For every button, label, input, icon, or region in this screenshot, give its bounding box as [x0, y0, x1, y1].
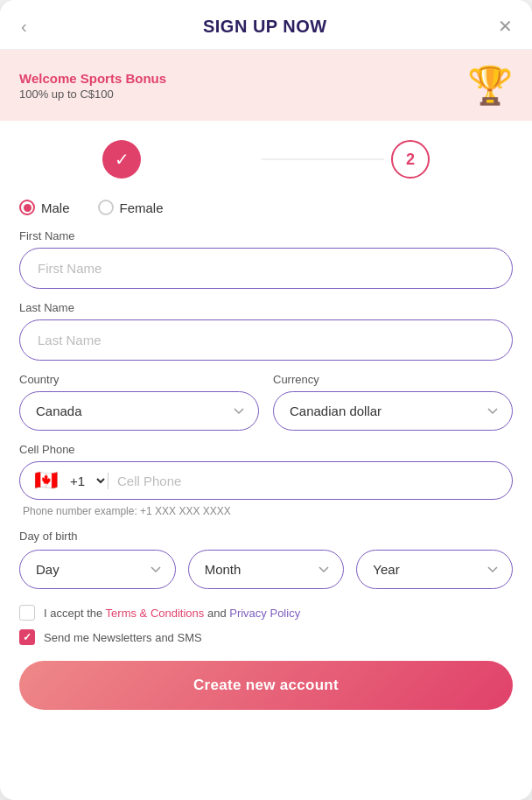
bonus-trophy-icon: 🏆: [467, 64, 513, 107]
dob-month-select[interactable]: Month: [188, 550, 345, 589]
bonus-title: Welcome Sports Bonus: [19, 71, 166, 86]
last-name-input[interactable]: [19, 319, 513, 361]
dob-label: Day of birth: [19, 530, 513, 543]
phone-input[interactable]: [117, 474, 498, 488]
bonus-text: Welcome Sports Bonus 100% up to C$100: [19, 71, 166, 101]
phone-row: 🇨🇦 +1: [19, 461, 513, 500]
currency-field-group: Currency Canadian dollar: [273, 373, 513, 431]
bonus-subtitle: 100% up to C$100: [19, 88, 166, 101]
gender-male-radio[interactable]: [19, 200, 35, 215]
last-name-label: Last Name: [19, 301, 513, 314]
terms-link[interactable]: Terms & Conditions: [106, 607, 205, 620]
country-field-group: Country Canada: [19, 373, 259, 431]
dob-year-select[interactable]: Year: [356, 550, 513, 589]
terms-row: I accept the Terms & Conditions and Priv…: [19, 605, 513, 621]
gender-female-label[interactable]: Female: [98, 200, 164, 215]
terms-text: I accept the Terms & Conditions and Priv…: [44, 607, 300, 620]
phone-code-select[interactable]: +1: [66, 473, 108, 489]
bonus-banner: Welcome Sports Bonus 100% up to C$100 🏆: [0, 50, 532, 121]
country-label: Country: [19, 373, 259, 386]
steps-indicator: ✓ 2: [0, 121, 532, 193]
gender-selection: Male Female: [19, 200, 513, 215]
modal-header: ‹ SIGN UP NOW ✕: [0, 0, 532, 50]
form-body: Male Female First Name Last Name Country…: [0, 193, 532, 800]
gender-female-radio[interactable]: [98, 200, 114, 215]
privacy-link[interactable]: Privacy Policy: [229, 607, 300, 620]
first-name-input[interactable]: [19, 248, 513, 289]
newsletter-text: Send me Newsletters and SMS: [44, 631, 202, 644]
close-button[interactable]: ✕: [498, 16, 513, 37]
country-select[interactable]: Canada: [19, 391, 259, 431]
back-button[interactable]: ‹: [16, 17, 32, 37]
gender-male-label[interactable]: Male: [19, 200, 70, 215]
modal-title: SIGN UP NOW: [203, 17, 327, 37]
phone-label: Cell Phone: [19, 443, 513, 456]
gender-male-text: Male: [41, 200, 70, 215]
country-currency-row: Country Canada Currency Canadian dollar: [19, 373, 513, 431]
currency-select[interactable]: Canadian dollar: [273, 391, 513, 431]
steps-connector: [262, 158, 384, 160]
terms-checkbox[interactable]: [19, 605, 35, 621]
gender-female-text: Female: [120, 200, 164, 215]
dob-month-group: Month: [188, 550, 345, 589]
dob-row: Day Month Year: [19, 550, 513, 589]
currency-label: Currency: [273, 373, 513, 386]
dob-day-group: Day: [19, 550, 176, 589]
dob-day-select[interactable]: Day: [19, 550, 176, 589]
signup-modal: ‹ SIGN UP NOW ✕ Welcome Sports Bonus 100…: [0, 0, 532, 800]
first-name-label: First Name: [19, 229, 513, 242]
phone-example-text: Phone number example: +1 XXX XXX XXXX: [19, 505, 513, 517]
step-2-pending: 2: [391, 140, 430, 179]
newsletter-checkbox[interactable]: [19, 629, 35, 645]
canada-flag-icon: 🇨🇦: [34, 471, 58, 490]
dob-year-group: Year: [356, 550, 513, 589]
newsletter-row: Send me Newsletters and SMS: [19, 629, 513, 645]
create-account-button[interactable]: Create new account: [19, 661, 513, 710]
step-1-done: ✓: [102, 140, 141, 179]
